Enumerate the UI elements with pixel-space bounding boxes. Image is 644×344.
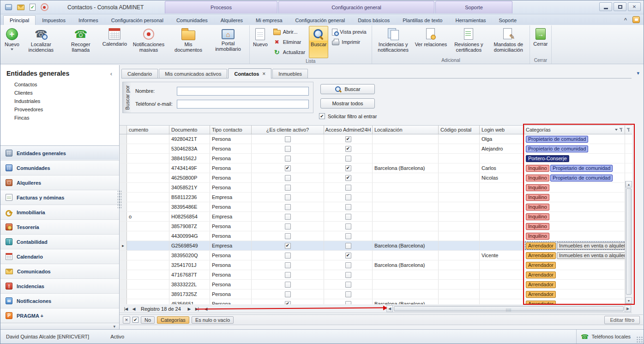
cliente-activo-checkbox[interactable]: ✔ [285, 136, 291, 142]
nav-item-incidencias[interactable]: Incidencias [0, 278, 119, 293]
table-row[interactable]: ▸ 38579087Z Persona ✔ ✔ Inquilino [120, 222, 632, 231]
document-tab-contactos[interactable]: Contactos × [228, 68, 271, 78]
filter-chip[interactable]: No [141, 316, 155, 324]
next-record-button[interactable] [186, 305, 193, 312]
cliente-activo-checkbox[interactable]: ✔ [285, 262, 291, 268]
cliente-activo-checkbox[interactable]: ✔ [285, 291, 291, 297]
ribbon-button[interactable]: Portal inmobiliario [208, 26, 248, 57]
minimize-ribbon-icon[interactable]: ^ [622, 16, 629, 23]
mostrar-todos-button[interactable]: Mostrar todos [320, 98, 375, 109]
last-record-button[interactable] [193, 305, 200, 312]
tab-principal[interactable]: Principal [3, 15, 36, 25]
table-row[interactable]: ▸ o H08256854 Empresa ✔ ✔ Inquilino [120, 212, 632, 222]
vscroll-track[interactable] [626, 187, 632, 297]
header-documento[interactable]: Documento [169, 126, 210, 134]
nav-item-pragma[interactable]: PRAGMA + [0, 308, 119, 323]
tab-soporte[interactable]: Soporte [493, 15, 524, 25]
horizontal-scrollbar[interactable] [386, 305, 631, 312]
header-filter-corner[interactable] [625, 126, 632, 134]
table-row[interactable]: ▸ 32541701J Persona ✔ ✔ Barcelona (Barce… [120, 260, 632, 270]
acceso-adminet-checkbox[interactable]: ✔ [345, 165, 351, 171]
table-row[interactable]: ▸ 38333222L Persona ✔ ✔ Arrendador [120, 280, 632, 290]
cerrar-button[interactable]: Cerrar [531, 26, 549, 57]
table-row[interactable]: ▸ 38395486E Persona ✔ ✔ Inquilino [120, 202, 632, 212]
sidebar-link[interactable]: Fincas [0, 114, 119, 122]
telefonos-locales-panel[interactable]: Teléfonos locales [576, 330, 631, 344]
solicitar-filtro-checkbox[interactable]: ✔ Solicitar filtro al entrar [319, 113, 377, 119]
table-row[interactable]: ▸ 34058521Y Persona ✔ ✔ Inquilino [120, 183, 632, 193]
ribbon-button[interactable]: Localizar incidencias [21, 26, 61, 57]
header-localizacion[interactable]: Localización [373, 126, 439, 134]
ribbon-small-button[interactable]: Vista previa [329, 27, 369, 36]
minimize-button[interactable] [599, 2, 612, 11]
ribbon-small-button[interactable]: Actualizar [271, 48, 308, 57]
table-row[interactable]: ▸ B58112236 Empresa ✔ ✔ Inquilino [120, 193, 632, 202]
table-row[interactable]: ▸ 44300994G Persona ✔ ✔ Inquilino [120, 231, 632, 241]
acceso-adminet-checkbox[interactable]: ✔ [345, 136, 351, 142]
sidebar-link[interactable]: Contactos [0, 80, 119, 89]
sidebar-link[interactable]: Proveedores [0, 105, 119, 114]
hscroll-thumb[interactable] [394, 306, 624, 311]
nav-item-inmobiliaria[interactable]: Inmobiliaria [0, 205, 119, 219]
ribbon-button[interactable]: Mis documentos [169, 26, 208, 57]
header-login-web[interactable]: Login web [480, 126, 524, 134]
cliente-activo-checkbox[interactable]: ✔ [285, 243, 291, 249]
filter-enabled-checkbox[interactable]: ✔ [132, 317, 138, 323]
tab-impuestos[interactable]: Impuestos [36, 15, 72, 25]
acceso-adminet-checkbox[interactable]: ✔ [345, 272, 351, 278]
filter-dropdown-icon[interactable] [615, 129, 618, 131]
nuevo-record-button[interactable]: Nuevo [251, 26, 270, 58]
mail-icon[interactable] [17, 5, 24, 10]
cliente-activo-checkbox[interactable]: ✔ [285, 204, 291, 210]
tab-configuracion-personal[interactable]: Configuración personal [105, 15, 170, 25]
header-codigo-postal[interactable]: Código postal [439, 126, 480, 134]
first-record-button[interactable] [122, 305, 129, 312]
nav-item-alquileres[interactable]: Alquileres [0, 175, 119, 190]
cliente-activo-checkbox[interactable]: ✔ [285, 253, 291, 259]
ribbon-small-button[interactable]: Eliminar [271, 37, 308, 47]
close-tab-icon[interactable]: × [262, 71, 265, 77]
cliente-activo-checkbox[interactable]: ✔ [285, 233, 291, 239]
vertical-scrollbar[interactable]: ▲ ▼ [625, 181, 632, 304]
acceso-adminet-checkbox[interactable]: ✔ [345, 175, 351, 181]
header-tipo-contacto[interactable]: Tipo contacto [210, 126, 252, 134]
nav-collapse-bar[interactable]: ▾ [0, 323, 119, 329]
acceso-adminet-checkbox[interactable]: ✔ [345, 156, 351, 162]
ribbon-button[interactable]: Ver relaciones [413, 26, 449, 57]
nav-item-comunidades[interactable]: Comunidades [0, 160, 119, 175]
acceso-adminet-checkbox[interactable]: ✔ [345, 185, 351, 191]
tab-datos-basicos[interactable]: Datos básicos [351, 15, 396, 25]
cliente-activo-checkbox[interactable]: ✔ [285, 301, 291, 305]
tab-plantillas-de-texto[interactable]: Plantillas de texto [396, 15, 449, 25]
collapse-sidebar-icon[interactable]: ‹ [107, 69, 115, 78]
table-row[interactable]: ▸ 53046283A Persona ✔ ✔ Alejandro Propie… [120, 144, 632, 154]
header-es-cliente-activo[interactable]: ¿Es cliente activo? [252, 126, 324, 134]
document-tab-calendario[interactable]: Calendario × [121, 69, 158, 78]
table-row[interactable]: ▸ 46250800P Persona ✔ ✔ Nicolas Inquilin… [120, 173, 632, 183]
close-button[interactable]: ✕ [628, 2, 641, 11]
cliente-activo-checkbox[interactable]: ✔ [285, 175, 291, 181]
hscroll-right-icon[interactable] [625, 305, 631, 312]
help-icon[interactable] [632, 16, 640, 23]
hscroll-track[interactable] [393, 305, 625, 312]
nav-item-contabilidad[interactable]: Contabilidad [0, 234, 119, 249]
buscar-ribbon-button[interactable]: Buscar [309, 26, 328, 58]
sidebar-link[interactable]: Clientes [0, 89, 119, 97]
cliente-activo-checkbox[interactable]: ✔ [285, 165, 291, 171]
tasks-icon[interactable] [30, 4, 36, 11]
acceso-adminet-checkbox[interactable]: ✔ [345, 223, 351, 229]
editar-filtro-button[interactable]: Editar filtro [604, 316, 640, 324]
scroll-down-icon[interactable]: ▼ [626, 297, 632, 304]
table-row[interactable]: ▸ 38395020Q Persona ✔ ✔ Vicente Arrendad… [120, 251, 632, 260]
cliente-activo-checkbox[interactable]: ✔ [285, 194, 291, 200]
acceso-adminet-checkbox[interactable]: ✔ [345, 301, 351, 305]
nav-item-entidades-generales[interactable]: Entidades generales [0, 145, 119, 160]
ribbon-button[interactable]: Notificaciones masivas [129, 26, 169, 57]
vscroll-thumb[interactable] [626, 188, 632, 295]
acceso-adminet-checkbox[interactable]: ✔ [345, 243, 351, 249]
remove-filter-button[interactable]: ✕ [123, 316, 130, 324]
broadcast-icon[interactable] [41, 4, 48, 11]
ribbon-button[interactable]: Revisiones y certificados [449, 26, 488, 57]
scroll-left-button[interactable] [202, 305, 209, 312]
ribbon-button[interactable]: Recoger llamada [61, 26, 101, 57]
